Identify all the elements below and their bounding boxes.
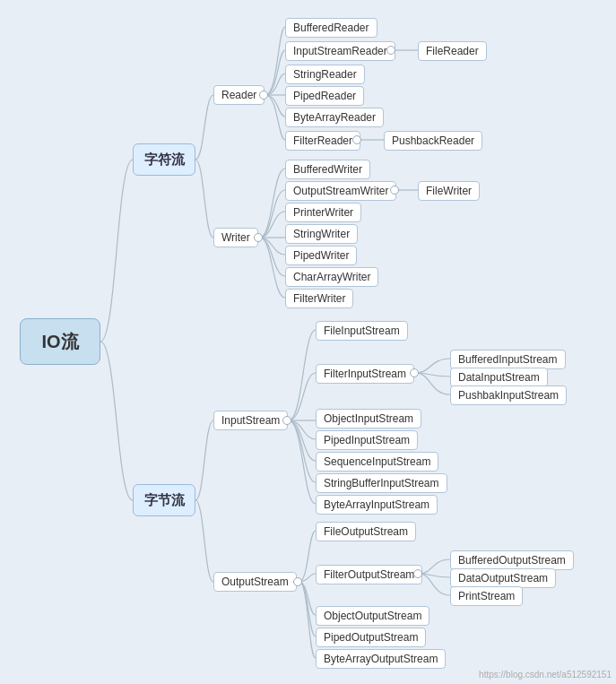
watermark: https://blog.csdn.net/a512592151 bbox=[479, 670, 612, 680]
string-writer: StringWriter bbox=[285, 224, 358, 244]
inputstream-node: InputStream bbox=[213, 411, 288, 430]
bytearray-reader: ByteArrayReader bbox=[285, 108, 384, 127]
outputstreamwriter-collapse-dot[interactable] bbox=[390, 186, 399, 195]
piped-writer: PipedWriter bbox=[285, 246, 357, 265]
writer-node: Writer bbox=[213, 228, 258, 247]
print-stream: PrintStream bbox=[450, 586, 523, 606]
byte-node: 字节流 bbox=[133, 484, 195, 516]
piped-reader: PipedReader bbox=[285, 86, 364, 106]
reader-collapse-dot[interactable] bbox=[259, 91, 268, 100]
filterreader-collapse-dot[interactable] bbox=[352, 135, 361, 144]
filteroutputstream-collapse-dot[interactable] bbox=[413, 569, 422, 578]
filterinputstream-collapse-dot[interactable] bbox=[410, 368, 419, 377]
file-reader: FileReader bbox=[418, 41, 487, 61]
buffered-outputstream: BufferedOutputStream bbox=[450, 550, 574, 570]
file-writer: FileWriter bbox=[418, 181, 480, 201]
reader-node: Reader bbox=[213, 85, 265, 105]
buffered-inputstream: BufferedInputStream bbox=[450, 350, 566, 369]
inputstream-collapse-dot[interactable] bbox=[282, 416, 291, 425]
outputstream-writer: OutputStreamWriter bbox=[285, 181, 396, 201]
writer-collapse-dot[interactable] bbox=[254, 233, 263, 242]
stringbuffer-inputstream: StringBufferInputStream bbox=[316, 473, 447, 493]
bytearray-outputstream: ByteArrayOutputStream bbox=[316, 649, 446, 669]
buffered-writer: BufferedWriter bbox=[285, 160, 370, 179]
string-reader: StringReader bbox=[285, 65, 365, 84]
root-node: IO流 bbox=[20, 318, 100, 365]
file-outputstream: FileOutputStream bbox=[316, 522, 416, 541]
inputstreamreader-collapse-dot[interactable] bbox=[386, 46, 395, 55]
filter-writer: FilterWriter bbox=[285, 289, 353, 308]
outputstream-node: OutputStream bbox=[213, 572, 297, 592]
object-inputstream: ObjectInputStream bbox=[316, 409, 421, 429]
mind-map: IO流 字符流 字节流 Reader Writer InputStream Ou… bbox=[0, 0, 616, 684]
bytearray-inputstream: ByteArrayInputStream bbox=[316, 495, 438, 515]
filter-outputstream: FilterOutputStream bbox=[316, 565, 422, 584]
filter-inputstream: FilterInputStream bbox=[316, 364, 414, 384]
data-outputstream: DataOutputStream bbox=[450, 568, 556, 588]
filter-reader: FilterReader bbox=[285, 131, 360, 151]
buffered-reader: BufferedReader bbox=[285, 18, 377, 38]
piped-inputstream: PipedInputStream bbox=[316, 430, 418, 450]
piped-outputstream: PipedOutputStream bbox=[316, 628, 426, 647]
object-outputstream: ObjectOutputStream bbox=[316, 606, 429, 626]
inputstream-reader: InputStreamReader bbox=[285, 41, 395, 61]
data-inputstream: DataInputStream bbox=[450, 368, 548, 387]
pushbak-inputstream: PushbakInputStream bbox=[450, 385, 567, 405]
printer-writer: PrinterWriter bbox=[285, 203, 361, 222]
chararray-writer: CharArrayWriter bbox=[285, 267, 378, 287]
outputstream-collapse-dot[interactable] bbox=[293, 577, 302, 586]
char-node: 字符流 bbox=[133, 143, 195, 176]
file-inputstream: FileInputStream bbox=[316, 321, 408, 341]
sequence-inputstream: SequenceInputStream bbox=[316, 452, 438, 472]
pushback-reader: PushbackReader bbox=[384, 131, 482, 151]
